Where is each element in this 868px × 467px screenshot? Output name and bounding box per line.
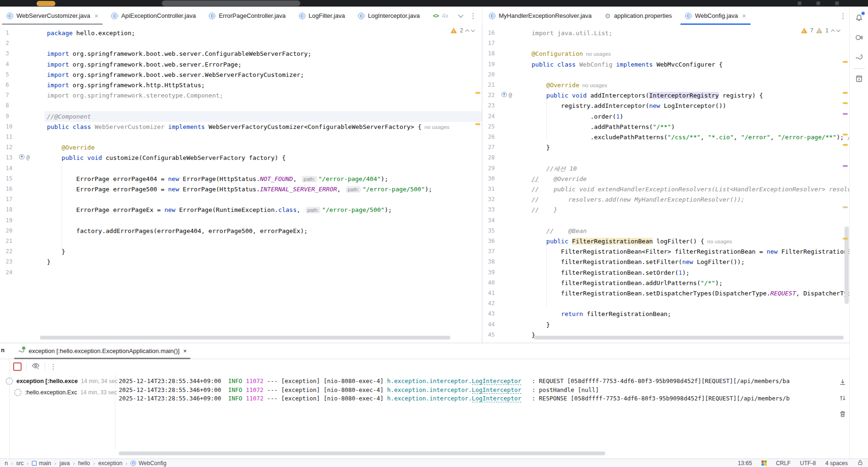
line-number[interactable]: 25 xyxy=(488,121,505,132)
code-line[interactable]: 23 registry.addInterceptor(new LogInterc… xyxy=(482,100,849,111)
code-line[interactable]: 23} xyxy=(0,256,482,267)
code-line[interactable]: 24 .order(1) xyxy=(482,111,849,122)
readonly-lock-icon[interactable] xyxy=(857,459,863,467)
code-line[interactable]: 7import org.springframework.stereotype.C… xyxy=(0,90,482,101)
line-number[interactable]: 27 xyxy=(488,142,505,153)
error-stripe-mark[interactable] xyxy=(475,123,480,125)
line-number[interactable]: 35 xyxy=(488,226,505,236)
code-line[interactable]: 19public class WebConfig implements WebM… xyxy=(482,59,849,70)
code-line[interactable]: 17 xyxy=(0,194,482,205)
gradle-task-row[interactable]: :hello.exception.Exc14 min, 33 sec xyxy=(14,389,117,396)
line-number[interactable]: 2 xyxy=(6,38,23,49)
gutter-icons[interactable]: @ xyxy=(501,91,512,99)
error-stripe-mark[interactable] xyxy=(843,165,848,167)
code-line[interactable]: 16 ErrorPage errorPage500 = new ErrorPag… xyxy=(0,184,482,195)
line-number[interactable]: 32 xyxy=(488,194,505,205)
line-number[interactable]: 11 xyxy=(6,132,23,143)
code-line[interactable]: 25 .addPathPatterns("/**") xyxy=(482,121,849,132)
line-number[interactable]: 43 xyxy=(488,309,505,319)
code-line[interactable]: 30// @Override xyxy=(482,173,849,184)
annotation-at-icon[interactable]: @ xyxy=(26,152,30,163)
error-stripe-mark[interactable] xyxy=(843,134,848,136)
code-line[interactable]: 38 filterRegistrationBean.setFilter(new … xyxy=(482,256,849,267)
breadcrumb-item-exception[interactable]: exception xyxy=(98,460,122,467)
breadcrumb-item-src[interactable]: src xyxy=(16,460,23,467)
line-number[interactable]: 24 xyxy=(488,111,505,122)
code-line[interactable]: 18 ErrorPage errorPageEx = new ErrorPage… xyxy=(0,204,482,215)
close-icon[interactable]: × xyxy=(94,12,98,20)
line-ending-selector[interactable]: CRLF xyxy=(776,460,791,467)
line-number[interactable]: 21 xyxy=(488,80,505,90)
code-line[interactable]: 21 xyxy=(0,236,482,247)
logger-link[interactable]: LogInterceptor xyxy=(472,377,521,385)
next-problem-icon[interactable] xyxy=(471,28,475,31)
error-stripe-mark[interactable] xyxy=(843,144,848,146)
error-stripe-mark[interactable] xyxy=(843,92,848,94)
breadcrumb-item-java[interactable]: java xyxy=(60,460,70,467)
run-configuration-tab[interactable]: exception [:hello.exception.ExceptionApp… xyxy=(13,343,191,359)
line-number[interactable]: 5 xyxy=(6,69,23,80)
notifications-bell-icon[interactable] xyxy=(853,12,865,23)
tab-options-kebab-icon[interactable]: ⋮ xyxy=(837,7,849,25)
line-number[interactable]: 42 xyxy=(488,298,505,309)
code-line[interactable]: 27 } xyxy=(482,142,849,153)
right-editor-pane[interactable]: ! 7 ! 1 16import java.util.List;1718@Con… xyxy=(482,25,849,343)
log-line[interactable]: 2025-12-14T23:28:55.346+09:00 INFO 11072… xyxy=(119,395,790,402)
line-number[interactable]: 29 xyxy=(488,163,505,174)
code-with-me-icon[interactable] xyxy=(853,32,865,43)
line-number[interactable]: 18 xyxy=(488,48,505,59)
code-line[interactable]: 37 FilterRegistrationBean<Filter> filter… xyxy=(482,246,849,257)
tab-4x[interactable]: <>4x xyxy=(426,7,455,25)
line-number[interactable]: 40 xyxy=(488,278,505,288)
tab-options-kebab-icon[interactable]: ⋮ xyxy=(467,7,479,25)
line-number[interactable]: 30 xyxy=(488,173,505,184)
line-number[interactable]: 22 xyxy=(6,246,23,257)
code-line[interactable]: 12 @Override xyxy=(0,142,482,153)
breadcrumb-item-hello[interactable]: hello xyxy=(78,460,90,467)
code-line[interactable]: 2 xyxy=(0,38,482,49)
error-stripe-mark[interactable] xyxy=(843,102,848,104)
line-number[interactable]: 9 xyxy=(6,111,23,122)
line-number[interactable]: 14 xyxy=(6,163,23,174)
line-number[interactable]: 17 xyxy=(488,38,505,49)
code-line[interactable]: 20 factory.addErrorPages(errorPage404, e… xyxy=(0,226,482,236)
windows-defender-icon[interactable] xyxy=(761,460,767,466)
horizontal-scrollbar[interactable] xyxy=(40,336,450,339)
horizontal-scrollbar[interactable] xyxy=(534,336,844,339)
line-number[interactable]: 20 xyxy=(488,69,505,80)
log-line[interactable]: 2025-12-14T23:28:55.344+09:00 INFO 11072… xyxy=(119,377,790,384)
code-line[interactable]: 18@Configuration no usages xyxy=(482,48,849,59)
line-number[interactable]: 28 xyxy=(488,152,505,163)
code-line[interactable]: 16import java.util.List; xyxy=(482,28,849,38)
trash-icon[interactable] xyxy=(839,410,846,420)
line-number[interactable]: 1 xyxy=(6,28,23,38)
code-line[interactable]: 33// } xyxy=(482,204,849,215)
line-number[interactable]: 16 xyxy=(6,184,23,195)
left-editor-pane[interactable]: ! 2 1package hello.exception;23import or… xyxy=(0,25,482,343)
line-number[interactable]: 12 xyxy=(6,142,23,153)
code-line[interactable]: 14 xyxy=(0,163,482,174)
code-line[interactable]: 19 xyxy=(0,215,482,226)
implements-method-icon[interactable] xyxy=(19,152,25,163)
code-line[interactable]: 44 } xyxy=(482,319,849,330)
code-line[interactable]: 43 return filterRegistrationBean; xyxy=(482,309,849,319)
code-line[interactable]: 24 xyxy=(0,267,482,278)
line-number[interactable]: 36 xyxy=(488,236,505,247)
code-line[interactable]: 11 xyxy=(0,132,482,143)
swap-order-icon[interactable] xyxy=(839,394,846,404)
code-line[interactable]: 28 xyxy=(482,152,849,163)
logger-link[interactable]: LogInterceptor xyxy=(472,395,521,402)
code-line[interactable]: 35 // @Bean xyxy=(482,226,849,236)
code-line[interactable]: 29 //세션 10 xyxy=(482,163,849,174)
line-number[interactable]: 31 xyxy=(488,184,505,195)
code-line[interactable]: 1package hello.exception; xyxy=(0,28,482,38)
tab-application-properties[interactable]: ⚙application.properties xyxy=(598,7,678,25)
line-number[interactable]: 34 xyxy=(488,215,505,226)
code-line[interactable]: 3import org.springframework.boot.web.ser… xyxy=(0,48,482,59)
more-options-kebab-icon[interactable]: ⋮ xyxy=(50,362,57,371)
line-number[interactable]: 21 xyxy=(6,236,23,247)
code-line[interactable]: 4import org.springframework.boot.web.ser… xyxy=(0,59,482,70)
log-line[interactable]: 2025-12-14T23:28:55.346+09:00 INFO 11072… xyxy=(119,386,599,393)
error-stripe-mark[interactable] xyxy=(843,206,848,208)
next-problem-icon[interactable] xyxy=(837,28,840,31)
